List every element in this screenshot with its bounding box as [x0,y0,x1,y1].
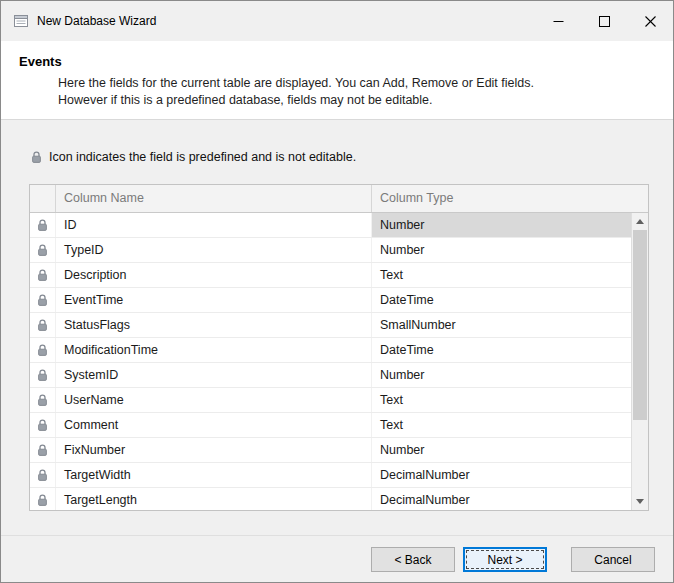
table-row[interactable]: ID Number [30,213,631,238]
titlebar[interactable]: New Database Wizard [1,1,673,41]
column-name-cell: FixNumber [56,438,372,462]
column-name-header: Column Name [56,185,372,212]
row-lock-cell [30,338,56,362]
table-row[interactable]: FixNumber Number [30,438,631,463]
window-controls [535,1,673,41]
column-type-cell: Text [372,388,631,412]
table-row[interactable]: EventTime DateTime [30,288,631,313]
column-name-cell: Comment [56,413,372,437]
next-button[interactable]: Next > [463,547,547,572]
fields-table: Column Name Column Type ID Number TypeID… [29,184,649,511]
column-name-cell: StatusFlags [56,313,372,337]
column-type-cell: DecimalNumber [372,463,631,487]
column-type-cell: Number [372,438,631,462]
lock-icon [37,219,48,232]
lock-icon [37,344,48,357]
column-type-cell: DecimalNumber [372,488,631,510]
wizard-body: Icon indicates the field is predefined a… [1,120,673,535]
button-bar: < Back Next > Cancel [1,535,673,582]
vertical-scrollbar[interactable] [631,213,648,510]
table-row[interactable]: SystemID Number [30,363,631,388]
scroll-up-button[interactable] [632,213,648,230]
column-type-cell: Number [372,213,631,237]
scroll-down-icon [636,499,644,504]
column-name-cell: TargetWidth [56,463,372,487]
cancel-button[interactable]: Cancel [571,547,655,572]
table-body: ID Number TypeID Number Description Text [30,213,631,510]
column-name-cell: SystemID [56,363,372,387]
app-icon [13,13,29,29]
table-row[interactable]: Description Text [30,263,631,288]
minimize-button[interactable] [535,1,581,41]
dialog-window: New Database Wizard Events Here the fiel… [0,0,674,583]
row-lock-cell [30,288,56,312]
lock-icon [37,444,48,457]
table-row[interactable]: TypeID Number [30,238,631,263]
lock-icon [37,244,48,257]
table-row[interactable]: TargetLength DecimalNumber [30,488,631,510]
lock-icon [37,494,48,507]
page-title: Events [19,54,62,69]
row-lock-cell [30,463,56,487]
column-name-cell: TargetLength [56,488,372,510]
row-lock-cell [30,213,56,237]
window-title: New Database Wizard [37,14,156,28]
lock-icon [31,151,42,164]
column-name-cell: ID [56,213,372,237]
lock-icon [37,319,48,332]
table-header: Column Name Column Type [30,185,648,213]
column-type-header: Column Type [372,185,648,212]
row-lock-cell [30,363,56,387]
column-type-cell: Number [372,363,631,387]
row-lock-cell [30,263,56,287]
column-name-cell: UserName [56,388,372,412]
scrollbar-thumb[interactable] [633,230,647,420]
close-button[interactable] [627,1,673,41]
table-row[interactable]: Comment Text [30,413,631,438]
table-row[interactable]: StatusFlags SmallNumber [30,313,631,338]
scroll-down-button[interactable] [632,493,648,510]
predefined-note-text: Icon indicates the field is predefined a… [49,150,356,164]
description-line-2: However if this is a predefined database… [58,92,534,109]
column-type-cell: Number [372,238,631,262]
lock-icon [37,394,48,407]
row-lock-cell [30,488,56,510]
lock-icon [37,469,48,482]
column-type-cell: DateTime [372,288,631,312]
row-lock-cell [30,438,56,462]
lock-icon [37,369,48,382]
maximize-button[interactable] [581,1,627,41]
back-button[interactable]: < Back [371,547,455,572]
row-lock-cell [30,313,56,337]
description-line-1: Here the fields for the current table ar… [58,75,534,92]
table-row[interactable]: TargetWidth DecimalNumber [30,463,631,488]
table-row[interactable]: UserName Text [30,388,631,413]
column-type-cell: Text [372,263,631,287]
table-row[interactable]: ModificationTime DateTime [30,338,631,363]
close-icon [645,16,656,27]
lock-icon [37,419,48,432]
row-lock-cell [30,238,56,262]
maximize-icon [599,16,610,27]
wizard-header: Events Here the fields for the current t… [1,41,673,120]
column-type-cell: DateTime [372,338,631,362]
icon-column-header [30,185,56,212]
page-description: Here the fields for the current table ar… [58,75,534,109]
column-name-cell: ModificationTime [56,338,372,362]
column-type-cell: SmallNumber [372,313,631,337]
minimize-icon [553,16,564,27]
row-lock-cell [30,388,56,412]
predefined-note: Icon indicates the field is predefined a… [31,150,356,164]
column-name-cell: TypeID [56,238,372,262]
lock-icon [37,294,48,307]
row-lock-cell [30,413,56,437]
lock-icon [37,269,48,282]
column-name-cell: Description [56,263,372,287]
scroll-up-icon [636,219,644,224]
column-name-cell: EventTime [56,288,372,312]
column-type-cell: Text [372,413,631,437]
